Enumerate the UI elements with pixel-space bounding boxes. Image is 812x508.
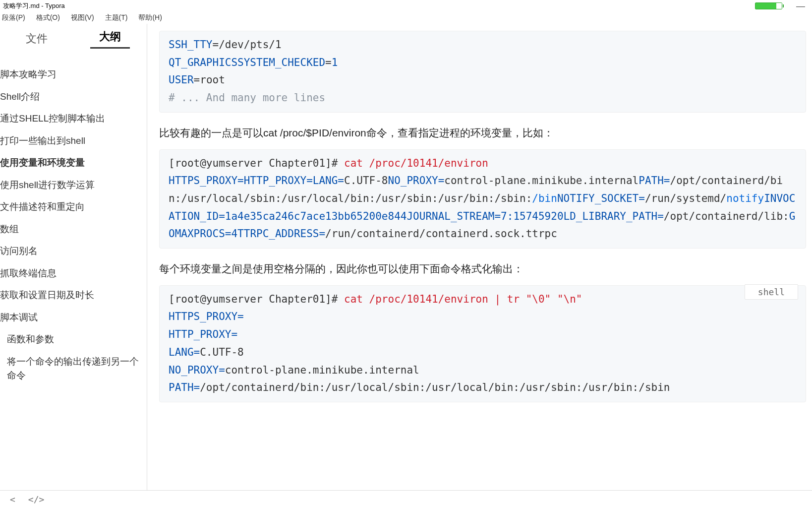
paragraph[interactable]: 比较有趣的一点是可以cat /proc/$PID/environ命令，查看指定进…	[159, 124, 806, 142]
outline-item[interactable]: 函数和参数	[0, 328, 147, 351]
outline-item[interactable]: 获取和设置日期及时长	[0, 284, 147, 307]
outline-item[interactable]: 数组	[0, 218, 147, 241]
menu-help[interactable]: 帮助(H)	[138, 13, 162, 22]
outline-item[interactable]: 文件描述符和重定向	[0, 196, 147, 218]
menu-paragraph[interactable]: 段落(P)	[2, 13, 25, 22]
back-button[interactable]: <	[10, 494, 15, 505]
outline-item[interactable]: 访问别名	[0, 240, 147, 262]
menu-view[interactable]: 视图(V)	[71, 13, 94, 22]
outline-item[interactable]: 将一个命令的输出传递到另一个命令	[0, 351, 147, 387]
minimize-button[interactable]: —	[792, 1, 809, 11]
code-lang-label[interactable]: shell	[745, 284, 798, 300]
menu-format[interactable]: 格式(O)	[36, 13, 60, 22]
menu-theme[interactable]: 主题(T)	[105, 13, 128, 22]
outline-item[interactable]: 通过SHELL控制脚本输出	[0, 108, 147, 130]
status-bar: < </>	[0, 490, 812, 508]
battery-icon	[755, 2, 782, 9]
source-code-button[interactable]: </>	[28, 494, 45, 505]
menu-bar: 段落(P) 格式(O) 视图(V) 主题(T) 帮助(H)	[0, 12, 812, 24]
tab-file[interactable]: 文件	[0, 26, 73, 51]
outline-item[interactable]: Shell介绍	[0, 86, 147, 108]
editor-content[interactable]: SSH_TTY=/dev/pts/1 QT_GRAPHICSSYSTEM_CHE…	[147, 24, 812, 490]
code-block-2[interactable]: [root@yumserver Chapter01]# cat /proc/10…	[159, 149, 806, 249]
outline-item[interactable]: 使用shell进行数学运算	[0, 174, 147, 196]
outline-item[interactable]: 抓取终端信息	[0, 262, 147, 285]
code-block-3[interactable]: [root@yumserver Chapter01]# cat /proc/10…	[159, 285, 806, 402]
tab-outline[interactable]: 大纲	[73, 24, 147, 54]
outline-list: 脚本攻略学习 Shell介绍 通过SHELL控制脚本输出 打印一些输出到shel…	[0, 54, 147, 490]
title-bar: 攻略学习.md - Typora —	[0, 0, 812, 12]
sidebar: 文件 大纲 脚本攻略学习 Shell介绍 通过SHELL控制脚本输出 打印一些输…	[0, 24, 147, 490]
outline-item[interactable]: 使用变量和环境变量	[0, 152, 147, 174]
paragraph[interactable]: 每个环境变量之间是使用空格分隔的，因此你也可以使用下面命令格式化输出：	[159, 259, 806, 278]
outline-item[interactable]: 脚本调试	[0, 307, 147, 329]
outline-item[interactable]: 打印一些输出到shell	[0, 130, 147, 152]
code-block-1[interactable]: SSH_TTY=/dev/pts/1 QT_GRAPHICSSYSTEM_CHE…	[159, 31, 806, 113]
window-title: 攻略学习.md - Typora	[3, 1, 65, 10]
outline-item[interactable]: 脚本攻略学习	[0, 64, 147, 86]
